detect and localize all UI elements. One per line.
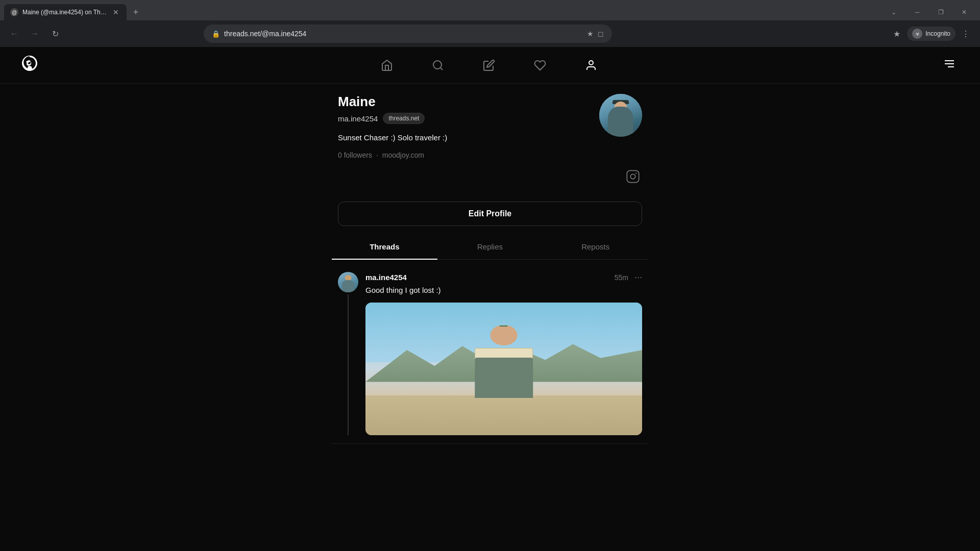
address-bar[interactable]: 🔒 threads.net/@ma.ine4254 ★ ◻ [204,24,612,43]
svg-point-2 [589,61,593,65]
toolbar-right: ★ ☣ Incognito ⋮ [889,26,974,42]
thread-line [348,294,349,435]
tab-threads[interactable]: Threads [332,234,437,259]
profile-tabs: Threads Replies Reposts [332,234,648,260]
url-text: threads.net/@ma.ine4254 [224,30,583,38]
nav-home-icon[interactable] [377,55,397,76]
profile-header: Maine ma.ine4254 threads.net Sunset Chas… [332,94,648,159]
nav-profile-icon[interactable] [581,55,601,76]
tab-title: Maine (@ma.ine4254) on Threads [22,9,107,16]
avatar-image [599,94,642,137]
social-links [332,167,648,193]
incognito-icon: ☣ [912,29,922,39]
svg-point-0 [433,61,442,69]
post-content: ma.ine4254 55m ··· Good thing I got lost… [365,272,642,435]
incognito-label: Incognito [925,30,950,37]
profile-meta: 0 followers · moodjoy.com [338,151,599,159]
svg-point-8 [635,172,636,173]
svg-point-7 [630,174,635,179]
profile-handle: ma.ine4254 [338,114,378,123]
threads-badge[interactable]: threads.net [383,113,425,124]
incognito-badge[interactable]: ☣ Incognito [907,27,955,41]
tab-bar: @ Maine (@ma.ine4254) on Threads ✕ + ⌄ ─… [0,0,980,20]
browser-tab[interactable]: @ Maine (@ma.ine4254) on Threads ✕ [4,4,127,20]
tab-replies[interactable]: Replies [437,234,543,259]
profile-info: Maine ma.ine4254 threads.net Sunset Chas… [338,94,599,159]
nav-search-icon[interactable] [428,55,448,76]
top-nav [0,47,980,84]
post-more-options[interactable]: ··· [634,272,642,283]
restore-button[interactable]: ❐ [929,4,952,20]
window-tab-list[interactable]: ⌄ [882,4,905,20]
profile-handle-row: ma.ine4254 threads.net [338,113,599,124]
edit-profile-section: Edit Profile [332,193,648,234]
tab-favicon: @ [10,8,18,16]
instagram-icon[interactable] [624,167,642,189]
svg-line-1 [440,67,443,69]
post-avatar-col [338,272,358,435]
minimize-button[interactable]: ─ [905,4,929,20]
post-image-headband [500,325,508,327]
post-image-ground [365,395,642,435]
address-bar-icons: ★ ◻ [587,30,604,38]
post-text: Good thing I got lost :) [365,285,642,296]
post-header: ma.ine4254 55m ··· [365,272,642,283]
chrome-menu-button[interactable]: ⋮ [958,26,974,42]
post-avatar-body [342,280,354,292]
avatar-body [608,107,633,137]
reload-button[interactable]: ↻ [47,26,63,42]
threads-logo[interactable] [20,54,39,77]
profile-container: Maine ma.ine4254 threads.net Sunset Chas… [332,84,648,551]
profile-name: Maine [338,94,599,110]
bookmark-icon[interactable]: ★ [587,30,594,38]
address-bar-row: ← → ↻ 🔒 threads.net/@ma.ine4254 ★ ◻ ★ ☣ … [0,20,980,47]
new-tab-button[interactable]: + [129,5,143,19]
post-image-person [455,325,552,398]
thread-post: ma.ine4254 55m ··· Good thing I got lost… [332,264,648,444]
menu-icon[interactable] [939,54,960,77]
nav-compose-icon[interactable] [479,55,499,76]
main-content: Maine ma.ine4254 threads.net Sunset Chas… [0,84,980,551]
post-image-person-head [490,325,517,345]
threads-app: Maine ma.ine4254 threads.net Sunset Chas… [0,47,980,551]
back-button[interactable]: ← [6,26,22,42]
edit-profile-button[interactable]: Edit Profile [338,202,642,226]
tab-reposts[interactable]: Reposts [543,234,648,259]
browser-extension-icon[interactable]: ◻ [598,30,604,38]
bookmark-toolbar-icon[interactable]: ★ [889,26,905,42]
post-avatar[interactable] [338,272,358,292]
post-image-person-body [475,358,533,398]
post-image[interactable] [365,303,642,435]
svg-rect-6 [627,170,639,182]
profile-avatar[interactable] [599,94,642,137]
close-button[interactable]: ✕ [952,4,976,20]
nav-activity-icon[interactable] [530,55,550,76]
followers-count[interactable]: 0 followers [338,151,372,159]
profile-bio: Sunset Chaser :) Solo traveler :) [338,132,599,143]
window-controls: ⌄ ─ ❐ ✕ [882,4,980,20]
post-meta: 55m ··· [615,272,642,283]
post-username[interactable]: ma.ine4254 [365,273,407,282]
nav-icons [377,55,601,76]
tab-close-button[interactable]: ✕ [111,8,120,17]
post-time: 55m [615,273,628,282]
profile-link[interactable]: moodjoy.com [382,151,424,159]
browser-chrome: @ Maine (@ma.ine4254) on Threads ✕ + ⌄ ─… [0,0,980,47]
forward-button[interactable]: → [27,26,43,42]
post-avatar-image [338,272,358,292]
